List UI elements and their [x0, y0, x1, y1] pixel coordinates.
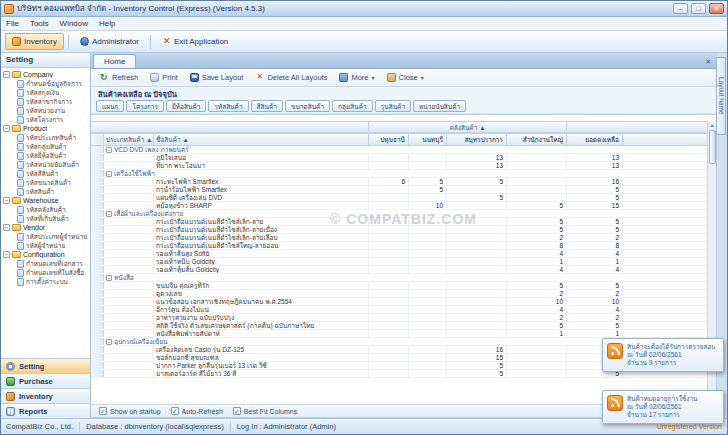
table-row[interactable]: กระทะไฟฟ้า Smarflex65516 — [91, 178, 716, 186]
group-row[interactable]: −หนังสือ — [91, 274, 716, 282]
toolbar-close[interactable]: Close▾ — [382, 70, 429, 85]
collapse-icon[interactable]: − — [3, 251, 10, 258]
table-row[interactable]: สถิติ ใช้จริง ตัวเลขเศรษฐศาสตร์ (ภาคต้น)… — [91, 322, 716, 330]
filter-chip[interactable]: รุ่นสินค้า — [375, 100, 411, 112]
ribbon-exit-application[interactable]: Exit Application — [155, 33, 235, 50]
close-tab-icon[interactable]: ✕ — [705, 58, 715, 68]
table-row[interactable]: กระเป๋าถือแบรนด์เนมสีดำไซส์เล็ก-ลายเลื่อ… — [91, 234, 716, 242]
scroll-up-icon[interactable]: ▲ — [710, 121, 715, 129]
ribbon-inventory[interactable]: Inventory — [5, 33, 64, 50]
table-row[interactable]: กระเป๋าถือแบรนด์เนมสีดำไซส์ใหญ่-ลายอ่อน8… — [91, 242, 716, 250]
collapse-icon[interactable]: − — [3, 71, 10, 78]
filter-chip[interactable]: กลุ่มสินค้า — [332, 100, 373, 112]
nav-inventory[interactable]: Inventory — [1, 388, 90, 403]
filter-chip[interactable]: หน่วยนับสินค้า — [413, 100, 466, 112]
minimize-button[interactable]: – — [673, 3, 688, 14]
table-row[interactable]: หนังสือพิมพ์รายสัปดาห์11 — [91, 330, 716, 338]
column-header-7[interactable]: ยอดคงเหลือ — [567, 133, 623, 146]
table-row[interactable]: กระเป๋าถือแบรนด์เนมสีดำไซส์เล็ก-ลาย55 — [91, 218, 716, 226]
tree-item[interactable]: รหัสประเภทผู้จำหน่าย — [3, 232, 90, 241]
table-row[interactable]: ขนมจีน คุณครูที่รัก55 — [91, 282, 716, 290]
menu-tools[interactable]: Tools — [30, 19, 49, 28]
table-row[interactable]: รองเท้าหนีบ Goldcity11 — [91, 258, 716, 266]
menu-window[interactable]: Window — [60, 19, 88, 28]
column-header-3[interactable]: ปทุมธานี — [369, 133, 409, 146]
tree-group-vendor[interactable]: −Vendor — [3, 223, 90, 232]
band-header-warehouse[interactable]: คลังสินค้า ▲ — [369, 121, 567, 133]
toolbar-delete-all-layouts[interactable]: Delete All Layouts — [250, 70, 332, 85]
toolbar-save-layout[interactable]: Save Layout — [185, 70, 249, 85]
table-row[interactable]: ที่มาก พระโอนมา1313 — [91, 162, 716, 170]
column-header-2[interactable]: ชื่อสินค้า ▲ — [154, 133, 369, 146]
tree-item[interactable]: กำหนดข้อมูลกิจการ — [3, 79, 90, 88]
collapse-icon[interactable]: − — [106, 171, 112, 177]
table-row[interactable]: ดูดวงเลข22 — [91, 290, 716, 298]
checkbox-best-fit-columns[interactable]: ✓Best Fit Columns — [233, 407, 297, 415]
checkbox-show-on-startup[interactable]: ✓Show on startup — [99, 407, 161, 415]
nav-purchase[interactable]: Purchase — [1, 373, 90, 388]
toolbar-refresh[interactable]: Refresh — [95, 70, 143, 85]
layout-name-tab[interactable]: Layout name — [716, 57, 726, 135]
nav-reports[interactable]: Reports — [1, 403, 90, 418]
tree-item[interactable]: รหัสยี่ห้อสินค้า — [3, 151, 90, 160]
column-header-5[interactable]: สมุทรปราการ — [447, 133, 507, 146]
group-row[interactable]: −เครื่องใช้ไฟฟ้า — [91, 170, 716, 178]
tree-item[interactable]: กำหนดเลขที่ใบสั่งซื้อ — [3, 268, 90, 277]
filter-chip[interactable]: สีสินค้า — [251, 100, 283, 112]
nav-setting[interactable]: Setting — [1, 358, 90, 373]
filter-chip[interactable]: แผนก — [96, 100, 124, 112]
tree-item[interactable]: รหัสหน่วยงาน — [3, 106, 90, 115]
tree-item[interactable]: รหัสสาขากิจการ — [3, 97, 90, 106]
table-row[interactable]: รองเท้าส้นสูง Soft644 — [91, 250, 716, 258]
tree-item[interactable]: รหัสโครงการ — [3, 115, 90, 124]
tree-item[interactable]: รหัสสีสินค้า — [3, 169, 90, 178]
scroll-thumb[interactable] — [709, 130, 716, 164]
column-header-4[interactable]: นนทบุรี — [409, 133, 447, 146]
tree-item[interactable]: รหัสประเภทสินค้า — [3, 133, 90, 142]
table-row[interactable]: รองเท้าหุ้มส้น Goldcity44 — [91, 266, 716, 274]
table-row[interactable]: ภูมิใจเสนอ1313 — [91, 154, 716, 162]
checkbox-auto-refresh[interactable]: ✓Auto-Refresh — [171, 407, 223, 415]
tree-item[interactable]: รหัสคลังสินค้า — [3, 205, 90, 214]
collapse-icon[interactable]: − — [106, 147, 112, 153]
tree-item[interactable]: กำหนดเลขที่เอกสาร — [3, 259, 90, 268]
tree-group-product[interactable]: −Product — [3, 124, 90, 133]
menu-file[interactable]: File — [6, 19, 19, 28]
toolbar-more[interactable]: More▾ — [334, 70, 379, 85]
collapse-icon[interactable]: − — [3, 224, 10, 231]
toolbar-print[interactable]: Print — [145, 70, 182, 85]
filter-chip[interactable]: ขนาดสินค้า — [285, 100, 330, 112]
tree-group-configuration[interactable]: −Configuration — [3, 250, 90, 259]
table-row[interactable]: อีการ์ตูน ต้องไม่แน่44 — [91, 306, 716, 314]
collapse-icon[interactable]: − — [106, 211, 112, 217]
table-row[interactable]: แนวข้อสอบ เอกสารเชิงทฤษฎีคมนาคม พ.ศ.2554… — [91, 298, 716, 306]
tree-group-company[interactable]: −Company — [3, 70, 90, 79]
ribbon-administrator[interactable]: Administrator — [73, 33, 146, 50]
group-row[interactable]: −เสื้อผ้าและเครื่องแต่งกาย — [91, 210, 716, 218]
column-header-1[interactable]: ประเภทสินค้า ▲ — [104, 133, 154, 146]
tree-item[interactable]: รหัสผู้จำหน่าย — [3, 241, 90, 250]
filter-chip[interactable]: ยี่ห้อสินค้า — [166, 100, 206, 112]
table-row[interactable]: กระเป๋าถือแบรนด์เนมสีดำไซส์เล็ก-ลายเมือง… — [91, 226, 716, 234]
collapse-icon[interactable]: − — [3, 125, 10, 132]
tab-home[interactable]: Home — [93, 54, 136, 68]
column-header-6[interactable]: สำนักงานใหญ่ — [507, 133, 567, 146]
notification-toast[interactable]: สินค้าหมดอายุการใช้งาน ณ วันที่ 02/06/25… — [602, 390, 724, 424]
table-row[interactable]: อาหารสวยงาม ฉบับปรับปรุง22 — [91, 314, 716, 322]
tree-group-warehouse[interactable]: −Warehouse — [3, 196, 90, 205]
table-row[interactable]: แผ่นซีดี เครื่องเล่น DVD55 — [91, 194, 716, 202]
close-button[interactable]: ✕ — [709, 3, 724, 14]
notification-toast[interactable]: สินค้าจะต้องได้รับการตรวจสอบ ณ วันที่ 02… — [602, 338, 724, 372]
table-row[interactable]: หม้อหุงข้าว SHARP10515 — [91, 202, 716, 210]
filter-chip[interactable]: โครงการ — [126, 100, 164, 112]
tree-item[interactable]: รหัสสินค้า — [3, 187, 90, 196]
collapse-icon[interactable]: − — [3, 197, 10, 204]
tree-item[interactable]: การตั้งค่าระบบ — [3, 277, 90, 286]
filter-chip[interactable]: รหัสสินค้า — [208, 100, 248, 112]
menu-help[interactable]: Help — [99, 19, 115, 28]
tree-item[interactable]: รหัสสกุลเงิน — [3, 88, 90, 97]
tree-item[interactable]: รหัสหน่วยนับสินค้า — [3, 160, 90, 169]
collapse-icon[interactable]: − — [106, 275, 112, 281]
maximize-button[interactable]: □ — [691, 3, 706, 14]
tree-item[interactable]: รหัสกลุ่มสินค้า — [3, 142, 90, 151]
